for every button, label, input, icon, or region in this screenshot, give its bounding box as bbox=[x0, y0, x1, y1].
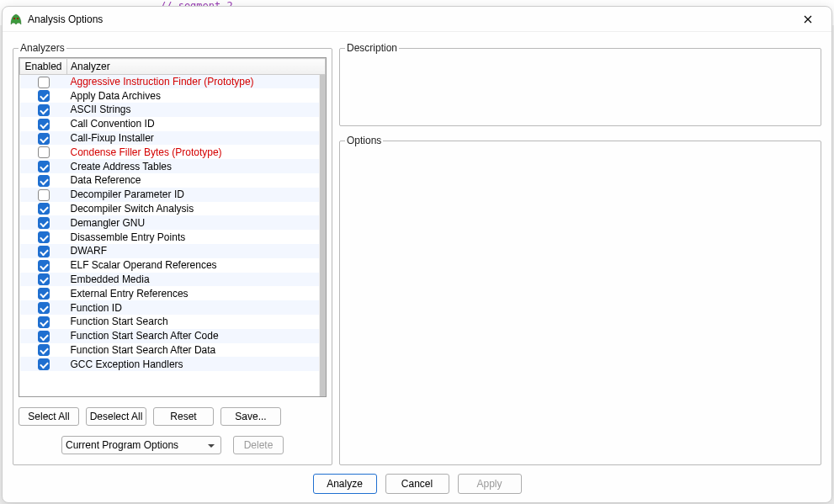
save-button[interactable]: Save... bbox=[220, 407, 281, 426]
enabled-checkbox[interactable] bbox=[38, 175, 50, 187]
analyzer-name-cell: Decompiler Parameter ID bbox=[67, 188, 326, 202]
select-all-button[interactable]: Select All bbox=[19, 407, 79, 426]
enabled-checkbox[interactable] bbox=[38, 302, 50, 314]
close-button[interactable] bbox=[791, 9, 825, 29]
svg-point-1 bbox=[17, 18, 19, 19]
column-header-enabled[interactable]: Enabled bbox=[20, 59, 67, 75]
options-group: Options bbox=[339, 135, 821, 465]
enabled-checkbox[interactable] bbox=[38, 217, 50, 229]
table-row[interactable]: External Entry References bbox=[20, 286, 326, 300]
analyzer-name-cell: Data Reference bbox=[67, 173, 326, 188]
enabled-checkbox[interactable] bbox=[38, 358, 50, 370]
table-row[interactable]: Apply Data Archives bbox=[20, 88, 326, 103]
analyzer-name-cell: Function Start Search After Code bbox=[67, 329, 326, 343]
enabled-cell bbox=[20, 202, 67, 216]
table-row[interactable]: Function ID bbox=[20, 300, 326, 315]
enabled-checkbox[interactable] bbox=[38, 161, 50, 172]
table-row[interactable]: Demangler GNU bbox=[20, 215, 326, 230]
analyzer-name-cell: Decompiler Switch Analysis bbox=[67, 202, 326, 216]
enabled-cell bbox=[20, 173, 67, 188]
table-row[interactable]: Condense Filler Bytes (Prototype) bbox=[20, 145, 326, 159]
analyzer-name-cell: ASCII Strings bbox=[67, 103, 326, 117]
program-options-combo[interactable]: Current Program Options bbox=[61, 436, 221, 454]
enabled-checkbox[interactable] bbox=[38, 203, 50, 215]
analyzers-table-wrap: Enabled Analyzer Aggressive Instruction … bbox=[19, 57, 327, 397]
enabled-cell bbox=[20, 258, 67, 273]
analyzer-name-cell: Apply Data Archives bbox=[67, 88, 326, 103]
enabled-checkbox[interactable] bbox=[38, 260, 50, 272]
chevron-down-icon bbox=[205, 439, 217, 451]
analyzer-name-cell: Call-Fixup Installer bbox=[67, 131, 326, 146]
table-row[interactable]: ASCII Strings bbox=[20, 103, 326, 117]
enabled-checkbox[interactable] bbox=[38, 231, 50, 243]
enabled-cell bbox=[20, 230, 67, 244]
enabled-cell bbox=[20, 75, 67, 89]
analyzer-name-cell: Aggressive Instruction Finder (Prototype… bbox=[67, 75, 326, 89]
deselect-all-button[interactable]: Deselect All bbox=[86, 407, 146, 426]
cancel-button[interactable]: Cancel bbox=[385, 474, 449, 494]
analyzer-name-cell: Create Address Tables bbox=[67, 159, 326, 173]
table-row[interactable]: Embedded Media bbox=[20, 273, 326, 287]
analyzers-group: Analyzers Enabled Analyzer Aggressive In… bbox=[13, 42, 332, 465]
combo-selected-text: Current Program Options bbox=[66, 439, 205, 451]
table-row[interactable]: Function Start Search After Code bbox=[20, 329, 326, 343]
analyzers-table-scroll[interactable]: Enabled Analyzer Aggressive Instruction … bbox=[19, 58, 326, 396]
enabled-cell bbox=[20, 159, 67, 173]
apply-button: Apply bbox=[458, 474, 522, 494]
enabled-checkbox[interactable] bbox=[38, 77, 50, 88]
table-row[interactable]: Decompiler Parameter ID bbox=[20, 188, 326, 202]
analyzer-name-cell: Embedded Media bbox=[67, 273, 326, 287]
table-row[interactable]: Create Address Tables bbox=[20, 159, 326, 173]
column-header-analyzer[interactable]: Analyzer bbox=[67, 59, 326, 75]
enabled-checkbox[interactable] bbox=[38, 344, 50, 356]
enabled-checkbox[interactable] bbox=[38, 119, 50, 130]
table-row[interactable]: Disassemble Entry Points bbox=[20, 230, 326, 244]
description-legend: Description bbox=[345, 42, 399, 54]
analyzer-name-cell: ELF Scalar Operand References bbox=[67, 258, 326, 273]
enabled-checkbox[interactable] bbox=[38, 331, 50, 342]
enabled-cell bbox=[20, 188, 67, 202]
description-group: Description bbox=[339, 42, 821, 126]
enabled-cell bbox=[20, 315, 67, 329]
analyze-button[interactable]: Analyze bbox=[313, 474, 377, 494]
table-row[interactable]: Call-Fixup Installer bbox=[20, 131, 326, 146]
enabled-cell bbox=[20, 286, 67, 300]
analyzer-name-cell: Disassemble Entry Points bbox=[67, 230, 326, 244]
table-row[interactable]: Function Start Search bbox=[20, 315, 326, 329]
enabled-cell bbox=[20, 244, 67, 258]
analyzers-table: Enabled Analyzer Aggressive Instruction … bbox=[19, 58, 326, 371]
enabled-checkbox[interactable] bbox=[38, 273, 50, 285]
table-row[interactable]: Function Start Search After Data bbox=[20, 343, 326, 358]
table-row[interactable]: Call Convention ID bbox=[20, 117, 326, 131]
analyzer-name-cell: Call Convention ID bbox=[67, 117, 326, 131]
titlebar: Analysis Options bbox=[3, 7, 831, 32]
enabled-cell bbox=[20, 88, 67, 103]
enabled-cell bbox=[20, 145, 67, 159]
table-row[interactable]: Aggressive Instruction Finder (Prototype… bbox=[20, 75, 326, 89]
analyzer-name-cell: Condense Filler Bytes (Prototype) bbox=[67, 145, 326, 159]
enabled-checkbox[interactable] bbox=[38, 189, 50, 201]
enabled-cell bbox=[20, 117, 67, 131]
table-row[interactable]: DWARF bbox=[20, 244, 326, 258]
enabled-checkbox[interactable] bbox=[38, 104, 50, 116]
enabled-checkbox[interactable] bbox=[38, 316, 50, 328]
enabled-checkbox[interactable] bbox=[38, 90, 50, 102]
enabled-cell bbox=[20, 329, 67, 343]
dialog-footer: Analyze Cancel Apply bbox=[3, 465, 831, 502]
analyzer-name-cell: External Entry References bbox=[67, 286, 326, 300]
analyzer-name-cell: Function Start Search After Data bbox=[67, 343, 326, 358]
table-row[interactable]: Decompiler Switch Analysis bbox=[20, 202, 326, 216]
enabled-checkbox[interactable] bbox=[38, 146, 50, 158]
table-row[interactable]: Data Reference bbox=[20, 173, 326, 188]
enabled-cell bbox=[20, 215, 67, 230]
analyzers-legend: Analyzers bbox=[19, 42, 66, 54]
enabled-checkbox[interactable] bbox=[38, 288, 50, 300]
enabled-cell bbox=[20, 103, 67, 117]
table-row[interactable]: ELF Scalar Operand References bbox=[20, 258, 326, 273]
enabled-checkbox[interactable] bbox=[38, 246, 50, 257]
analyzer-name-cell: DWARF bbox=[67, 244, 326, 258]
reset-button[interactable]: Reset bbox=[153, 407, 214, 426]
enabled-cell bbox=[20, 131, 67, 146]
enabled-checkbox[interactable] bbox=[38, 133, 50, 145]
table-row[interactable]: GCC Exception Handlers bbox=[20, 357, 326, 371]
